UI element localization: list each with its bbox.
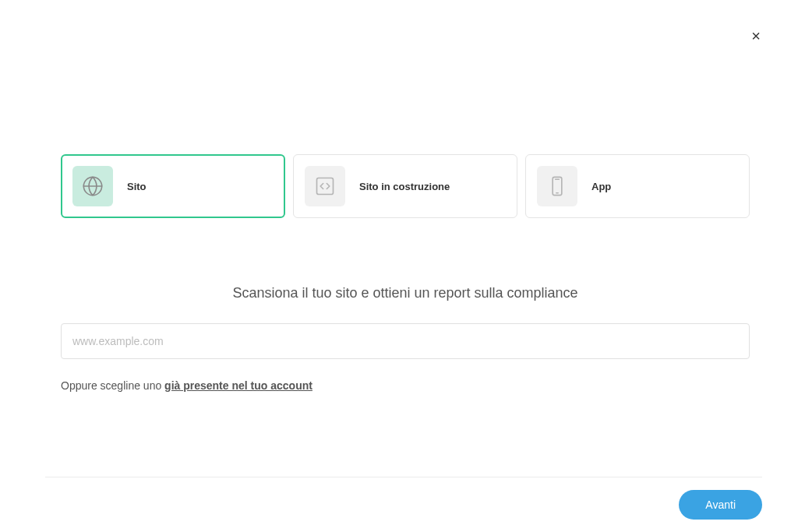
alt-prefix: Oppure scegline uno <box>61 379 164 392</box>
close-button[interactable]: × <box>751 28 761 44</box>
option-construction[interactable]: Sito in costruzione <box>293 154 517 218</box>
code-icon <box>305 166 345 206</box>
option-construction-label: Sito in costruzione <box>359 181 450 192</box>
url-input[interactable] <box>61 323 750 359</box>
mobile-icon <box>537 166 577 206</box>
option-site-label: Sito <box>127 181 147 192</box>
footer: Avanti <box>45 477 762 520</box>
scan-title: Scansiona il tuo sito e ottieni un repor… <box>61 285 750 301</box>
option-app-label: App <box>591 181 611 192</box>
globe-icon <box>72 166 113 206</box>
main-content: Sito Sito in costruzione App <box>61 154 750 392</box>
type-options: Sito Sito in costruzione App <box>61 154 750 218</box>
alt-text: Oppure scegline uno già presente nel tuo… <box>61 379 750 392</box>
existing-account-link[interactable]: già presente nel tuo account <box>164 379 312 392</box>
scan-section: Scansiona il tuo sito e ottieni un repor… <box>61 285 750 392</box>
option-site[interactable]: Sito <box>61 154 285 218</box>
next-button[interactable]: Avanti <box>679 490 762 520</box>
svg-rect-1 <box>317 178 334 195</box>
option-app[interactable]: App <box>525 154 750 218</box>
